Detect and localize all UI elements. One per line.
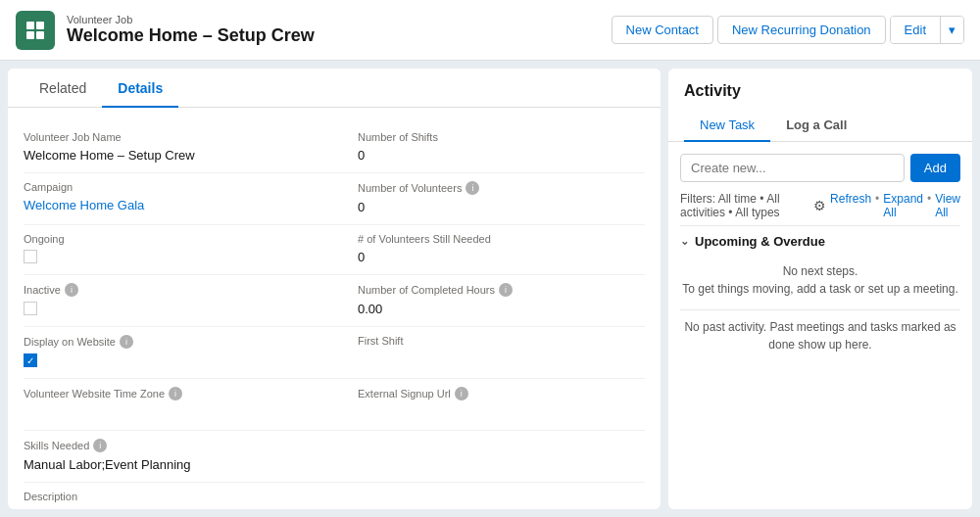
inactive-info-icon[interactable]: i	[65, 283, 78, 297]
first-shift-value: ✏	[358, 349, 629, 368]
view-all-link[interactable]: View All	[935, 192, 960, 219]
field-number-of-volunteers: Number of Volunteers i 0 ✏	[334, 173, 645, 225]
form-grid: Volunteer Job Name Welcome Home – Setup …	[24, 123, 645, 509]
activity-title: Activity	[684, 82, 956, 100]
activity-tab-bar: New Task Log a Call	[684, 110, 956, 141]
inactive-value: ✏	[24, 299, 318, 318]
page-header: Volunteer Job Welcome Home – Setup Crew …	[0, 0, 980, 61]
campaign-value: Welcome Home Gala ✏	[24, 195, 318, 214]
header-left: Volunteer Job Welcome Home – Setup Crew	[16, 11, 315, 50]
volunteer-timezone-label: Volunteer Website Time Zone i	[24, 387, 318, 400]
activity-content: Add Filters: All time • All activities •…	[668, 142, 972, 509]
completed-hours-info-icon[interactable]: i	[499, 283, 513, 297]
number-of-volunteers-value: 0 ✏	[358, 197, 629, 216]
header-title-block: Volunteer Job Welcome Home – Setup Crew	[67, 14, 315, 46]
app-icon	[16, 11, 55, 50]
volunteers-still-needed-value: 0 ✏	[358, 247, 629, 266]
svg-rect-3	[36, 31, 44, 39]
filter-links: Refresh • Expand All • View All	[830, 192, 960, 219]
campaign-label: Campaign	[24, 181, 318, 193]
display-on-website-value: ✓ ✏	[24, 351, 318, 370]
svg-rect-2	[26, 31, 34, 39]
number-of-volunteers-info-icon[interactable]: i	[466, 181, 479, 195]
volunteer-timezone-value: ✏	[24, 402, 318, 422]
field-volunteers-still-needed: # of Volunteers Still Needed 0 ✏	[334, 225, 645, 275]
inactive-checkbox[interactable]	[24, 302, 37, 315]
refresh-link[interactable]: Refresh	[830, 192, 871, 219]
external-signup-url-value: ✏	[358, 402, 629, 422]
volunteers-still-needed-label: # of Volunteers Still Needed	[358, 233, 629, 245]
filters-gear-icon[interactable]: ⚙	[813, 198, 826, 213]
skills-needed-info-icon[interactable]: i	[93, 439, 107, 452]
number-of-volunteers-label: Number of Volunteers i	[358, 181, 629, 195]
header-actions: New Contact New Recurring Donation Edit …	[612, 16, 964, 44]
svg-rect-0	[26, 22, 34, 29]
completed-hours-value: 0.00 ✏	[358, 299, 629, 318]
first-shift-label: First Shift	[358, 335, 629, 347]
skills-needed-value: Manual Labor;Event Planning ✏	[24, 454, 645, 474]
skills-needed-label: Skills Needed i	[24, 439, 645, 452]
description-value: Come join the NMH staff to help set up f…	[24, 504, 645, 509]
past-activity: No past activity. Past meetings and task…	[680, 309, 960, 361]
field-description: Description Come join the NMH staff to h…	[24, 483, 645, 509]
expand-all-link[interactable]: Expand All	[883, 192, 923, 219]
volunteer-timezone-info-icon[interactable]: i	[169, 387, 182, 400]
upcoming-section-label: Upcoming & Overdue	[695, 234, 825, 249]
number-of-shifts-label: Number of Shifts	[358, 131, 629, 143]
volunteer-job-name-value: Welcome Home – Setup Crew ✏	[24, 145, 318, 164]
add-button[interactable]: Add	[910, 154, 960, 182]
display-on-website-checkbox[interactable]: ✓	[24, 353, 37, 367]
activity-tab-new-task[interactable]: New Task	[684, 110, 770, 142]
create-new-row: Add	[680, 154, 960, 182]
upcoming-section-header: ⌄ Upcoming & Overdue	[680, 225, 960, 255]
new-recurring-donation-button[interactable]: New Recurring Donation	[717, 16, 886, 44]
record-type-label: Volunteer Job	[67, 14, 315, 25]
ongoing-checkbox[interactable]	[24, 250, 37, 263]
filters-text: Filters: All time • All activities • All…	[680, 192, 809, 219]
campaign-link[interactable]: Welcome Home Gala	[24, 198, 144, 212]
inactive-label: Inactive i	[24, 283, 318, 297]
field-skills-needed: Skills Needed i Manual Labor;Event Plann…	[24, 431, 645, 483]
main-content: Related Details Volunteer Job Name Welco…	[0, 61, 980, 517]
field-external-signup-url: External Signup Url i ✏	[334, 379, 645, 431]
tab-related[interactable]: Related	[24, 69, 102, 108]
description-label: Description	[24, 491, 645, 502]
number-of-shifts-value: 0 ✏	[358, 145, 629, 164]
field-volunteer-timezone: Volunteer Website Time Zone i ✏	[24, 379, 334, 431]
field-display-on-website: Display on Website i ✓ ✏	[24, 327, 334, 379]
tab-details[interactable]: Details	[102, 69, 178, 108]
left-panel: Related Details Volunteer Job Name Welco…	[8, 69, 661, 509]
create-new-input[interactable]	[680, 154, 905, 182]
tab-bar: Related Details	[8, 69, 661, 108]
activity-header: Activity New Task Log a Call	[668, 69, 972, 142]
field-first-shift: First Shift ✏	[334, 327, 645, 379]
field-completed-hours: Number of Completed Hours i 0.00 ✏	[334, 275, 645, 327]
ongoing-value: ✏	[24, 247, 318, 266]
field-ongoing: Ongoing ✏	[24, 225, 334, 275]
edit-dropdown-button[interactable]: ▾	[940, 17, 963, 43]
external-signup-url-label: External Signup Url i	[358, 387, 629, 400]
field-campaign: Campaign Welcome Home Gala ✏	[24, 173, 334, 225]
new-contact-button[interactable]: New Contact	[612, 16, 713, 44]
no-next-steps: No next steps. To get things moving, add…	[680, 255, 960, 306]
field-number-of-shifts: Number of Shifts 0 ✏	[334, 123, 645, 173]
field-volunteer-job-name: Volunteer Job Name Welcome Home – Setup …	[24, 123, 334, 173]
completed-hours-label: Number of Completed Hours i	[358, 283, 629, 297]
chevron-down-icon: ⌄	[680, 235, 689, 248]
right-panel: Activity New Task Log a Call Add Filters…	[668, 69, 972, 509]
filters-row: Filters: All time • All activities • All…	[680, 192, 960, 219]
activity-tab-log-call[interactable]: Log a Call	[770, 110, 862, 142]
display-on-website-info-icon[interactable]: i	[120, 335, 133, 349]
ongoing-label: Ongoing	[24, 233, 318, 245]
edit-button[interactable]: Edit	[891, 17, 940, 43]
display-on-website-label: Display on Website i	[24, 335, 318, 349]
record-title: Welcome Home – Setup Crew	[67, 25, 315, 46]
volunteer-job-name-label: Volunteer Job Name	[24, 131, 318, 143]
details-content: Volunteer Job Name Welcome Home – Setup …	[8, 108, 661, 509]
external-signup-url-info-icon[interactable]: i	[455, 387, 468, 400]
edit-button-group: Edit ▾	[890, 16, 964, 44]
field-inactive: Inactive i ✏	[24, 275, 334, 327]
svg-rect-1	[36, 22, 44, 29]
